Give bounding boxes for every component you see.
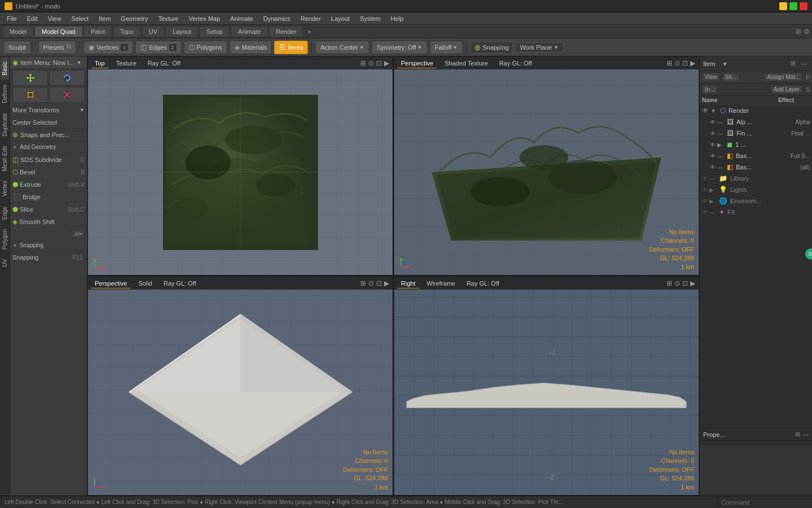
viewport-top-right-mode-tab[interactable]: Shaded Texture	[441, 59, 491, 68]
tool-bevel[interactable]: ⬡ Bevel B	[10, 166, 87, 178]
item-expand-env[interactable]: ▶	[709, 198, 717, 204]
scale-button[interactable]	[12, 87, 48, 103]
snapping-section-header[interactable]: ▼ Snapping	[10, 239, 87, 252]
assign-mat-f[interactable]: F	[806, 74, 810, 81]
viewport-br-mode-tab[interactable]: Wireframe	[423, 279, 459, 288]
tab-model-quad[interactable]: Model Quad	[34, 26, 83, 37]
menu-animate[interactable]: Animate	[226, 14, 257, 23]
side-tab-mesh-edit[interactable]: Mesh Edit	[1, 141, 9, 176]
tab-add-button[interactable]: +	[304, 27, 314, 37]
viewport-top-left-corner[interactable]	[92, 257, 106, 270]
add-geometry-header[interactable]: ▼ Add Geometry	[10, 141, 87, 154]
vp-bl-fit-icon[interactable]: ⊡	[376, 279, 382, 287]
side-tab-uv[interactable]: UV	[1, 254, 9, 271]
viewport-top-right[interactable]: Perspective Shaded Texture Ray GL: Off ⊞…	[393, 56, 699, 275]
close-button[interactable]	[800, 2, 807, 10]
polygons-button[interactable]: ⬡ Polygons	[184, 41, 227, 54]
item-vis-final[interactable]: 👁	[710, 130, 716, 137]
edges-button[interactable]: ◫ Edges 2	[135, 41, 181, 54]
command-input[interactable]	[721, 499, 804, 506]
tab-animate[interactable]: Animate	[231, 26, 268, 37]
item-render[interactable]: 👁 ▼ ⬡ Render	[700, 105, 812, 116]
menu-select[interactable]: Select	[67, 14, 93, 23]
vp-br-maximize-icon[interactable]: ⊞	[667, 279, 672, 287]
viewport-top-right-raygl-tab[interactable]: Ray GL: Off	[496, 59, 535, 68]
tab-setup[interactable]: Setup	[199, 26, 230, 37]
presets-button[interactable]: Presets Fi	[38, 41, 77, 54]
menu-system[interactable]: System	[355, 14, 385, 23]
side-tab-deform[interactable]: Deform	[1, 80, 9, 108]
viewport-bl-raygl-tab[interactable]: Ray GL: Off	[160, 279, 200, 288]
item-base-full[interactable]: 👁 — ◧ Bas... Full S...	[700, 150, 812, 161]
view-btn[interactable]: View	[702, 73, 720, 81]
assign-mat-btn[interactable]: Assign Mat...	[764, 73, 802, 81]
menu-edit[interactable]: Edit	[23, 14, 42, 23]
item-library[interactable]: 👁 — 📁 Library	[700, 173, 812, 184]
symmetry-button[interactable]: Symmetry: Off ▼	[372, 41, 427, 54]
menu-file[interactable]: File	[2, 14, 21, 23]
viewport-bottom-right[interactable]: Right Wireframe Ray GL: Off ⊞ ⊙ ⊡ ▶	[393, 277, 699, 496]
action-center-button[interactable]: Action Center ▼	[315, 41, 369, 54]
work-plane-button[interactable]: Work Plane ▼	[515, 42, 564, 52]
tool-slice[interactable]: ⬟ Slice Shift-C	[10, 203, 87, 216]
menu-vertex-map[interactable]: Vertex Map	[184, 14, 225, 23]
layout-icon[interactable]: ⊞	[796, 28, 801, 36]
tool-smooth-shift[interactable]: ◈ Smooth Shift	[10, 216, 87, 228]
center-selected-button[interactable]: Center Selected	[10, 116, 87, 129]
item-vis-mesh1[interactable]: 👁	[710, 142, 716, 148]
tab-paint[interactable]: Paint	[83, 26, 112, 37]
side-tab-polygon[interactable]: Polygon	[1, 224, 9, 254]
sh-btn[interactable]: Sh...	[722, 73, 740, 81]
menu-dynamics[interactable]: Dynamics	[259, 14, 295, 23]
menu-view[interactable]: View	[43, 14, 66, 23]
falloff-button[interactable]: Falloff ▼	[430, 41, 463, 54]
item-vis-alpha[interactable]: 👁	[710, 119, 716, 125]
vp-bl-camera-icon[interactable]: ⊙	[368, 279, 374, 287]
viewport-top-left-raygl-tab[interactable]: Ray GL: Off	[144, 59, 184, 68]
snapping-item-row[interactable]: Snapping F11	[10, 252, 87, 263]
add-layer-btn[interactable]: Add Layer	[771, 85, 802, 94]
item-vis-base-all[interactable]: 👁	[710, 164, 716, 170]
item-vis-library[interactable]: 👁	[702, 176, 708, 182]
vertices-button[interactable]: ◉ Vertices 1	[83, 41, 133, 54]
snapping-button[interactable]: ⊕ Snapping	[470, 41, 513, 54]
move-button[interactable]	[12, 70, 48, 86]
vp-tl-maximize-icon[interactable]: ⊞	[360, 59, 366, 67]
item-vis-render[interactable]: 👁	[702, 107, 709, 115]
vp-br-settings-icon[interactable]: ▶	[690, 279, 695, 287]
tab-layout[interactable]: Layout	[165, 26, 198, 37]
vp-tl-camera-icon[interactable]: ⊙	[368, 59, 374, 67]
panel-expand-icon[interactable]: ⊞	[789, 59, 797, 68]
tab-topo[interactable]: Topo	[113, 26, 141, 37]
panel-title-dropdown[interactable]: ▼	[722, 60, 727, 67]
viewport-br-view-tab[interactable]: Right	[398, 279, 419, 288]
rotate-button[interactable]	[49, 70, 85, 86]
item-expand-mesh1[interactable]: ▶	[717, 142, 725, 148]
vp-br-fit-icon[interactable]: ⊡	[682, 279, 688, 287]
snaps-prec-button[interactable]: ⊕ Snaps and Prec...	[10, 129, 87, 141]
panel-minimize-icon[interactable]: —	[799, 59, 809, 68]
reset-button[interactable]	[49, 87, 85, 103]
tab-render[interactable]: Render	[268, 26, 303, 37]
vp-tr-fit-icon[interactable]: ⊡	[682, 59, 688, 67]
item-expand-render[interactable]: ▼	[710, 108, 718, 114]
menu-geometry[interactable]: Geometry	[116, 14, 152, 23]
tool-bridge[interactable]: ⬛ Bridge	[10, 191, 87, 203]
vp-br-camera-icon[interactable]: ⊙	[674, 279, 680, 287]
viewport-bl-mode-tab[interactable]: Solid	[135, 279, 155, 288]
side-tab-edge[interactable]: Edge	[1, 202, 9, 224]
side-tab-basic[interactable]: Basic	[1, 56, 9, 80]
side-tab-vertex[interactable]: Vertex	[1, 176, 9, 201]
item-lights[interactable]: 👁 ▶ 💡 Lights	[700, 184, 812, 195]
viewport-top-left-mode-tab[interactable]: Texture	[113, 59, 140, 68]
filter-n-btn[interactable]: (n...	[702, 85, 717, 94]
viewport-top-left-view-tab[interactable]: Top	[91, 59, 108, 68]
item-fx[interactable]: 👁 — ✦ FX	[700, 207, 812, 218]
tab-uv[interactable]: UV	[142, 26, 165, 37]
sculpt-button[interactable]: Sculpt	[3, 41, 31, 54]
props-minimize-icon[interactable]: —	[802, 431, 809, 438]
minimize-button[interactable]	[779, 2, 787, 10]
props-expand-icon[interactable]: ⊞	[795, 431, 800, 438]
item-vis-base[interactable]: 👁	[710, 153, 716, 159]
tool-sds-subdivide[interactable]: ◫ SDS Subdivide D	[10, 154, 87, 166]
